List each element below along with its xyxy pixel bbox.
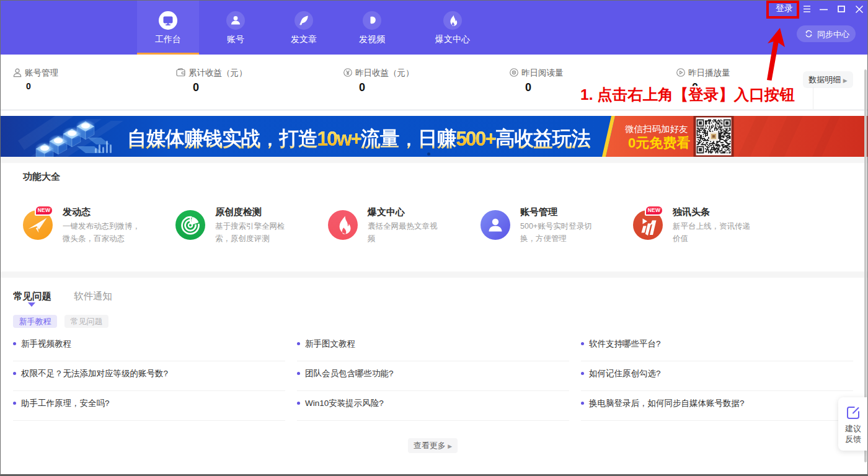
svg-text:1. 点击右上角【登录】入口按钮: 1. 点击右上角【登录】入口按钮 xyxy=(580,86,795,103)
